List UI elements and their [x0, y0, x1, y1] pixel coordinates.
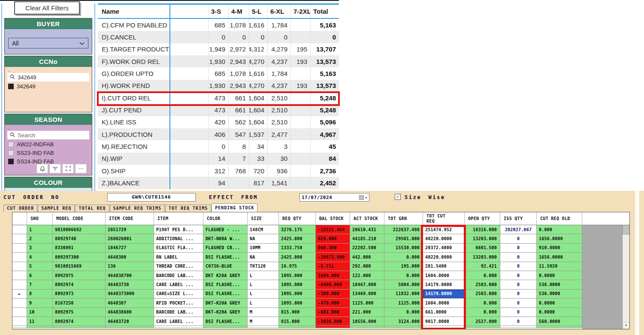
matrix-row-h-work-pend[interactable]: H).WORK PEND1,9302,9434,2704,23719313,57… [98, 80, 339, 92]
tab-tot-req-trims[interactable]: TOT REQ TRIMS [165, 205, 211, 212]
grid-cell[interactable]: 1846727 [106, 244, 154, 253]
grid-cell[interactable]: 809297300 [53, 253, 106, 262]
grid-cell[interactable]: 0.000 [465, 299, 500, 308]
cut-order-no-input[interactable]: GWN\CUT01546 [107, 193, 196, 202]
matrix-row-n-wip[interactable]: N).WIP147333084 [98, 153, 339, 165]
grid-cell[interactable]: RN LABEL [154, 253, 203, 262]
grid-cell[interactable]: 4648300 [106, 253, 154, 262]
grid-cell[interactable]: 20372.4000 [423, 244, 465, 253]
scroll-down-icon[interactable]: ▼ [623, 322, 629, 329]
grid-cell[interactable]: 910.8000 [537, 244, 582, 253]
grid-cell[interactable]: 8330891 [53, 244, 106, 253]
col-header-item[interactable]: ITEM [154, 212, 203, 225]
col-header-item-code[interactable]: ITEM CODE [106, 212, 154, 225]
grid-cell[interactable]: 292.000 [350, 262, 384, 271]
row-selector[interactable] [12, 317, 27, 326]
grid-cell[interactable]: 0.000 [384, 253, 423, 262]
grid-cell[interactable]: 4648373000 [106, 290, 154, 299]
matrix-row-k-line-iss[interactable]: K).LINE ISS4205621,6042,5105,096 [98, 116, 339, 128]
grid-cell[interactable]: 2425.000 [279, 253, 316, 262]
row-selector[interactable] [12, 234, 27, 243]
checkbox-icon[interactable] [8, 150, 14, 156]
grid-cell[interactable]: -12521.454 [316, 225, 350, 234]
col-header-open-qty[interactable]: OPEN QTY [465, 212, 500, 225]
grid-cell[interactable]: FLASHED - ... [203, 225, 248, 234]
grid-cell[interactable]: 268026001 [106, 234, 154, 243]
row-selector[interactable] [12, 280, 27, 289]
grid-cell[interactable]: -5.711 [316, 262, 350, 271]
filter-lines-icon[interactable] [49, 164, 61, 173]
grid-cell[interactable]: 661.0000 [423, 308, 465, 317]
grid-cell[interactable]: 9 [27, 299, 53, 308]
grid-cell[interactable]: 281.5400 [423, 262, 465, 271]
calendar-dropdown-icon[interactable]: ▾ [359, 195, 369, 200]
vertical-scrollbar[interactable]: ▲ ▼ [622, 212, 629, 329]
grid-cell[interactable]: 92.421 [465, 262, 500, 271]
grid-cell[interactable]: BARCODE LAB... [154, 308, 203, 317]
grid-cell[interactable]: -28673.000 [316, 253, 350, 262]
buyer-dropdown[interactable]: All [8, 38, 88, 48]
grid-cell[interactable]: 1095.000 [279, 271, 316, 280]
grid-cell[interactable]: 8167250 [53, 299, 106, 308]
grid-cell[interactable]: 40220.0000 [423, 253, 465, 262]
grid-cell[interactable]: 14179.0000 [423, 280, 465, 289]
grid-cell[interactable]: 0.000 [384, 308, 423, 317]
grid-cell[interactable]: C0736-BLUE [203, 262, 248, 271]
grid-cell[interactable]: 2851729 [106, 225, 154, 234]
grid-cell[interactable]: DSI FLASHE... [203, 253, 248, 262]
grid-cell[interactable]: 536.0000 [537, 290, 582, 299]
matrix-row-f-work-ord-rel[interactable]: F).WORK ORD REL1,9302,9434,2704,23719313… [98, 55, 339, 67]
grid-cell[interactable]: 464838600 [106, 308, 154, 317]
grid-cell[interactable]: 560.0000 [537, 317, 582, 326]
checkbox-checked-icon[interactable] [8, 159, 14, 164]
grid-cell[interactable]: M [248, 308, 279, 317]
col-header-model-code[interactable]: MODEL CODE [53, 212, 106, 225]
grid-cell[interactable]: DKT-K20A GREY [203, 299, 248, 308]
current-row-marker[interactable]: ► [12, 290, 27, 299]
matrix-row-z-balance[interactable]: Z.)BALANCE948171,5412,452 [98, 177, 339, 189]
grid-cell[interactable]: -380.000 [316, 290, 350, 299]
grid-cell[interactable]: 0 [500, 290, 537, 299]
grid-cell[interactable]: 11 [27, 317, 53, 326]
grid-cell[interactable]: 0 [500, 299, 537, 308]
matrix-row-g-order-upto[interactable]: G).ORDER UPTO6851,0781,6161,7845,163 [98, 67, 339, 79]
grid-cell[interactable]: 1656.0000 [537, 253, 582, 262]
more-options-icon[interactable]: ⋯ [75, 164, 87, 173]
grid-cell[interactable]: 221.000 [350, 308, 384, 317]
col-header-color[interactable]: COLOR [203, 212, 248, 225]
grid-cell[interactable]: 122.000 [350, 271, 384, 280]
grid-cell[interactable]: 1125.000 [384, 299, 423, 308]
matrix-row-d-cancel[interactable]: D).CANCEL00000 [98, 31, 339, 43]
grid-cell[interactable]: 5804.000 [384, 280, 423, 289]
grid-cell[interactable]: BARCODE LAB... [154, 271, 203, 280]
grid-cell[interactable]: M [248, 317, 279, 326]
grid-cell[interactable]: 442.000 [350, 253, 384, 262]
grid-cell[interactable]: DSI FLASHE... [203, 280, 248, 289]
grid-cell[interactable]: NA [248, 253, 279, 262]
grid-cell[interactable]: DKT-K20A GREY [203, 308, 248, 317]
col-header-cut-req-old[interactable]: CUT REQ OLD [537, 212, 582, 225]
grid-cell[interactable]: 80929740 [53, 234, 106, 243]
grid-cell[interactable]: 9810015669 [53, 262, 106, 271]
grid-cell[interactable]: 536.0000 [537, 280, 582, 289]
grid-row-8[interactable]: ►880929734648373000CARE+SIZE L...DSI FLA… [12, 290, 629, 299]
grid-cell[interactable]: 202027.067 [500, 225, 537, 234]
grid-cell[interactable]: 10556.000 [350, 317, 384, 326]
grid-row-7[interactable]: 7809297446483730CARE LABEL ...DSI FLASHE… [12, 280, 629, 289]
grid-cell[interactable]: 0.000 [465, 271, 500, 280]
grid-cell[interactable]: 1 [27, 225, 53, 234]
matrix-row-j-cut-pend[interactable]: J).CUT PEND4736611,6042,5105,248 [98, 104, 339, 116]
grid-cell[interactable]: 0.000 [384, 271, 423, 280]
grid-cell[interactable]: 195.000 [384, 262, 423, 271]
grid-cell[interactable]: 8092973 [53, 290, 106, 299]
grid-cell[interactable]: 0 [500, 253, 537, 262]
grid-cell[interactable]: 9810006692 [53, 225, 106, 234]
grid-cell[interactable]: 1604.000 [316, 271, 350, 280]
matrix-row-l-production[interactable]: L).PRODUCTION4065471,5372,4774,967 [98, 128, 339, 140]
grid-cell[interactable]: -3926.000 [316, 317, 350, 326]
grid-cell[interactable]: DKT-N00A W... [203, 234, 248, 243]
col-header-size[interactable]: SIZE [248, 212, 279, 225]
matrix-row-o-ship[interactable]: O).SHIP3127687209362,736 [98, 165, 339, 177]
checkbox-checked-icon[interactable] [8, 84, 14, 89]
row-selector[interactable] [12, 271, 27, 280]
